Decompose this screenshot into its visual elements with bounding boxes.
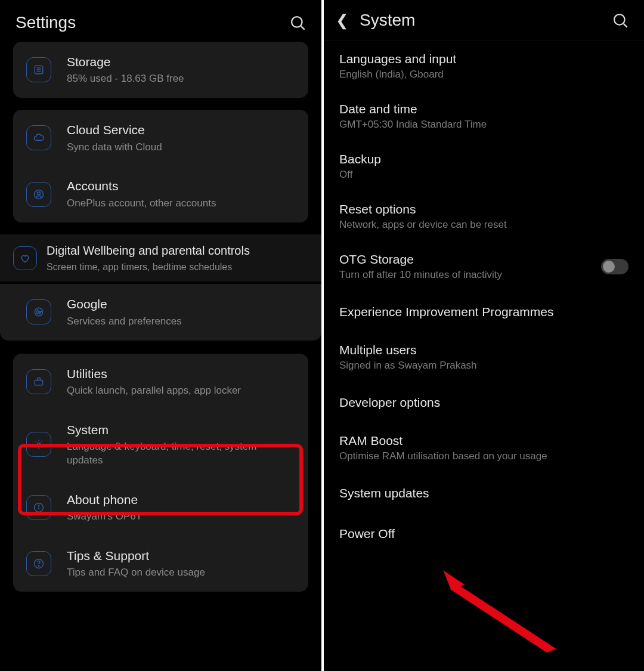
item-sub: Sync data with Cloud [67,141,295,154]
toolbox-icon [26,369,51,394]
google-icon [26,299,51,324]
item-sub: Services and preferences [67,315,308,329]
group-storage: Storage 85% used - 18.63 GB free [13,42,308,98]
item-cloud-service[interactable]: Cloud Service Sync data with Cloud [13,110,308,166]
svg-point-13 [38,505,39,506]
item-label: Languages and input [339,52,628,66]
system-title: System [360,11,415,30]
item-developer-options[interactable]: Developer options [339,382,628,423]
item-sub: Off [339,169,628,181]
system-pane: ❮ System Languages and input English (In… [324,0,644,671]
svg-rect-9 [35,380,42,385]
svg-point-16 [614,14,625,25]
item-label: Storage [67,54,295,70]
search-icon[interactable] [612,12,628,29]
gear-icon [26,432,51,457]
cloud-icon [26,125,51,150]
item-system-updates[interactable]: System updates [339,473,628,514]
group-system: Utilities Quick launch, parallel apps, a… [13,354,308,592]
item-label: OTG Storage [339,252,601,267]
search-icon[interactable] [289,14,306,31]
item-storage[interactable]: Storage 85% used - 18.63 GB free [13,42,308,98]
item-sub: Screen time, app timers, bedtime schedul… [47,261,308,274]
item-sub: English (India), Gboard [339,69,628,81]
settings-title: Settings [16,13,76,32]
item-power-off[interactable]: Power Off [339,514,628,554]
item-utilities[interactable]: Utilities Quick launch, parallel apps, a… [13,354,308,410]
svg-point-10 [38,443,41,446]
item-label: Digital Wellbeing and parental controls [47,243,308,258]
system-header: ❮ System [324,0,644,41]
item-multiple-users[interactable]: Multiple users Signed in as Swayam Praka… [339,332,628,382]
item-label: Cloud Service [67,122,295,138]
storage-icon [26,57,51,82]
settings-list[interactable]: Storage 85% used - 18.63 GB free Cloud S… [0,42,321,617]
item-label: Date and time [339,102,628,116]
item-label: Utilities [67,366,295,382]
account-icon [26,182,51,207]
item-label: Google [67,296,308,312]
item-system[interactable]: System Language & keyboard, time, reset,… [13,410,308,480]
item-label: Power Off [339,524,628,543]
item-languages-input[interactable]: Languages and input English (India), Gbo… [339,41,628,91]
info-icon [26,495,51,520]
back-icon[interactable]: ❮ [336,13,349,28]
item-label: About phone [67,491,295,508]
heart-icon [13,246,37,270]
item-backup[interactable]: Backup Off [339,141,628,191]
item-sub: Turn off after 10 minutes of inactivity [339,269,601,281]
otg-toggle[interactable] [601,259,628,274]
item-accounts[interactable]: Accounts OnePlus account, other accounts [13,166,308,222]
item-sub: GMT+05:30 India Standard Time [339,119,628,131]
item-reset-options[interactable]: Reset options Network, apps or device ca… [339,191,628,242]
item-sub: Signed in as Swayam Prakash [339,360,628,372]
settings-header: Settings [0,0,321,43]
item-otg-storage[interactable]: OTG Storage Turn off after 10 minutes of… [339,242,628,292]
svg-point-15 [38,565,39,566]
svg-point-7 [38,191,41,194]
svg-marker-18 [443,570,465,590]
item-label: Backup [339,152,628,166]
item-sub: Swayam's OP6T [67,510,295,524]
item-label: Tips & Support [67,548,295,564]
group-cloud-accounts: Cloud Service Sync data with Cloud Accou… [13,110,308,222]
item-sub: 85% used - 18.63 GB free [67,72,295,86]
item-label: Accounts [67,178,295,194]
item-sub: OnePlus account, other accounts [67,197,295,211]
settings-pane: Settings Storage 85% used - 18.63 GB fre… [0,0,321,671]
item-sub: Network, apps or device can be reset [339,219,628,231]
item-date-time[interactable]: Date and time GMT+05:30 India Standard T… [339,91,628,141]
item-tips-support[interactable]: Tips & Support Tips and FAQ on device us… [13,536,308,592]
item-label: Experience Improvement Programmes [339,302,628,321]
item-label: System [67,422,295,438]
item-sub: Optimise RAM utilisation based on your u… [339,450,628,462]
item-sub: Tips and FAQ on device usage [67,566,295,580]
item-label: RAM Boost [339,434,628,448]
item-label: Reset options [339,202,628,217]
question-icon [26,551,51,576]
system-list[interactable]: Languages and input English (India), Gbo… [324,41,644,554]
item-about-phone[interactable]: About phone Swayam's OP6T [13,480,308,536]
item-ram-boost[interactable]: RAM Boost Optimise RAM utilisation based… [339,423,628,473]
item-google[interactable]: Google Services and preferences [0,284,321,340]
item-sub: Language & keyboard, time, reset, system… [67,440,295,468]
svg-line-1 [301,26,305,30]
svg-point-0 [292,17,302,27]
svg-line-17 [624,24,627,27]
arrow-annotation [437,559,562,655]
item-experience-programmes[interactable]: Experience Improvement Programmes [339,292,628,332]
item-label: System updates [339,484,628,503]
svg-marker-19 [450,583,556,653]
item-label: Multiple users [339,343,628,357]
item-sub: Quick launch, parallel apps, app locker [67,384,295,398]
item-label: Developer options [339,393,628,412]
item-digital-wellbeing[interactable]: Digital Wellbeing and parental controls … [0,234,321,282]
